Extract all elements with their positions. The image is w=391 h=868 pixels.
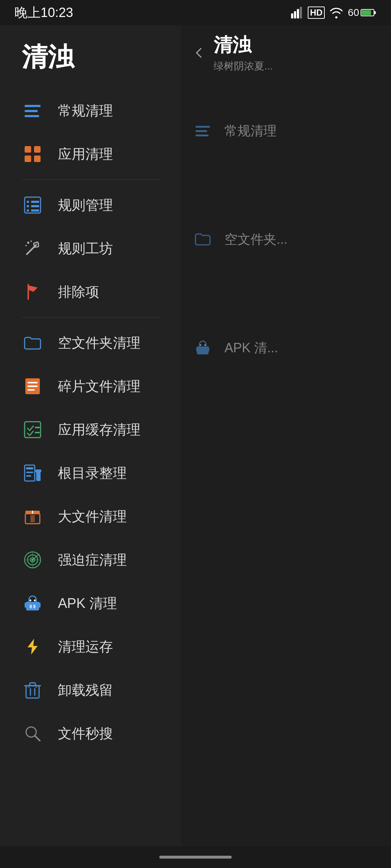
menu-item-empty-folder[interactable]: 空文件夹清理 (0, 321, 181, 365)
radar-icon (22, 549, 43, 571)
right-folder-icon (192, 229, 214, 250)
svg-rect-45 (26, 467, 33, 469)
divider-1 (22, 179, 159, 180)
menu-label-clean-runtime: 清理运存 (58, 638, 113, 656)
menu-item-rule-manage[interactable]: 规则管理 (0, 183, 181, 227)
svg-rect-43 (35, 432, 40, 433)
svg-rect-42 (35, 427, 40, 428)
menu-item-fragment-file[interactable]: 碎片文件清理 (0, 365, 181, 408)
menu-item-clean-runtime[interactable]: 清理运存 (0, 625, 181, 668)
svg-rect-46 (26, 472, 33, 473)
menu-item-exclude[interactable]: 排除项 (0, 270, 181, 314)
svg-point-61 (30, 600, 31, 601)
menu-item-app-cache[interactable]: 应用缓存清理 (0, 408, 181, 451)
battery-level: 60 (348, 7, 359, 18)
svg-line-34 (38, 242, 38, 243)
hd-badge: HD (308, 7, 325, 19)
svg-point-11 (204, 344, 206, 346)
menu-label-apk-clean: APK 清理 (58, 594, 117, 613)
menu-label-empty-folder: 空文件夹清理 (58, 334, 140, 352)
menu-item-apk-clean[interactable]: APK 清理 (0, 582, 181, 625)
svg-rect-20 (34, 156, 41, 162)
search-icon (22, 723, 43, 744)
menu-item-ocd-clean[interactable]: 强迫症清理 (0, 538, 181, 582)
menu-label-app-cache: 应用缓存清理 (58, 421, 140, 439)
right-item-regular[interactable]: 常规清理 (177, 106, 391, 156)
svg-rect-66 (33, 605, 35, 608)
svg-rect-41 (25, 422, 41, 438)
menu-label-file-search: 文件秒搜 (58, 724, 113, 743)
bolt-icon (22, 636, 43, 658)
menu-item-uninstall-remain[interactable]: 卸载残留 (0, 668, 181, 712)
folder-icon (22, 332, 43, 354)
left-panel: 清浊 常规清理 应用清理 (0, 0, 181, 868)
nav-bar (0, 846, 391, 868)
svg-point-31 (25, 245, 27, 246)
right-item-folder-label: 空文件夹... (224, 231, 287, 248)
svg-rect-3 (300, 7, 302, 18)
svg-rect-24 (27, 205, 29, 207)
svg-line-75 (35, 736, 40, 741)
wifi-icon (329, 6, 344, 19)
menu-item-file-search[interactable]: 文件秒搜 (0, 712, 181, 755)
status-bar: 晚上10:23 HD 60 (0, 0, 391, 25)
menu-item-app-clean[interactable]: 应用清理 (0, 132, 181, 176)
menu-item-large-file[interactable]: 大文件清理 (0, 495, 181, 538)
svg-rect-18 (34, 146, 41, 153)
grid-icon (22, 143, 43, 165)
svg-rect-5 (374, 11, 376, 14)
svg-rect-48 (36, 471, 41, 481)
menu-label-exclude: 排除项 (58, 283, 99, 301)
menu-label-app-clean: 应用清理 (58, 145, 113, 163)
trash-icon (22, 679, 43, 701)
right-panel: 清浊 绿树阴浓夏... 常规清理 空文件夹... (177, 0, 391, 868)
svg-rect-6 (362, 10, 371, 15)
svg-rect-64 (39, 603, 41, 608)
svg-point-30 (27, 242, 29, 244)
menu-label-large-file: 大文件清理 (58, 507, 127, 526)
menu-item-rule-workshop[interactable]: 规则工坊 (0, 227, 181, 270)
right-item-regular-label: 常规清理 (224, 122, 277, 140)
menu-label-ocd-clean: 强迫症清理 (58, 551, 127, 569)
svg-point-10 (200, 344, 201, 346)
svg-rect-15 (25, 110, 38, 112)
status-time: 晚上10:23 (14, 4, 73, 22)
checklist-icon (22, 419, 43, 441)
right-title: 清浊 (214, 33, 273, 58)
svg-rect-63 (25, 603, 26, 608)
svg-rect-0 (291, 13, 293, 18)
menu-label-regular-clean: 常规清理 (58, 102, 113, 120)
right-lines-icon (192, 120, 214, 142)
svg-rect-23 (31, 201, 39, 203)
svg-rect-25 (31, 205, 39, 207)
menu-item-root-dir[interactable]: 根目录整理 (0, 451, 181, 495)
status-icons: HD 60 (290, 6, 377, 19)
menu-label-rule-manage: 规则管理 (58, 196, 113, 214)
back-button[interactable] (192, 46, 206, 60)
svg-point-32 (30, 241, 32, 242)
svg-rect-40 (28, 389, 35, 391)
svg-rect-47 (26, 475, 31, 477)
svg-rect-7 (196, 126, 210, 128)
right-item-folder[interactable]: 空文件夹... (177, 214, 391, 265)
svg-point-62 (34, 600, 36, 601)
svg-rect-67 (26, 686, 39, 698)
right-item-apk[interactable]: APK 清... (177, 323, 391, 373)
menu-label-uninstall-remain: 卸载残留 (58, 681, 113, 699)
menu-item-regular-clean[interactable]: 常规清理 (0, 89, 181, 132)
svg-rect-17 (25, 146, 31, 153)
svg-rect-1 (294, 11, 296, 18)
svg-rect-65 (30, 605, 32, 608)
svg-rect-12 (196, 347, 198, 352)
svg-rect-13 (208, 347, 209, 352)
file-icon (22, 375, 43, 397)
battery-icon: 60 (348, 7, 377, 18)
right-header: 清浊 绿树阴浓夏... (177, 25, 391, 84)
svg-rect-39 (28, 386, 38, 387)
flag-icon (22, 281, 43, 303)
svg-rect-27 (31, 209, 39, 212)
svg-rect-49 (35, 469, 41, 472)
svg-rect-38 (28, 382, 38, 383)
menu-label-fragment-file: 碎片文件清理 (58, 377, 140, 396)
signal-icon (290, 6, 303, 19)
